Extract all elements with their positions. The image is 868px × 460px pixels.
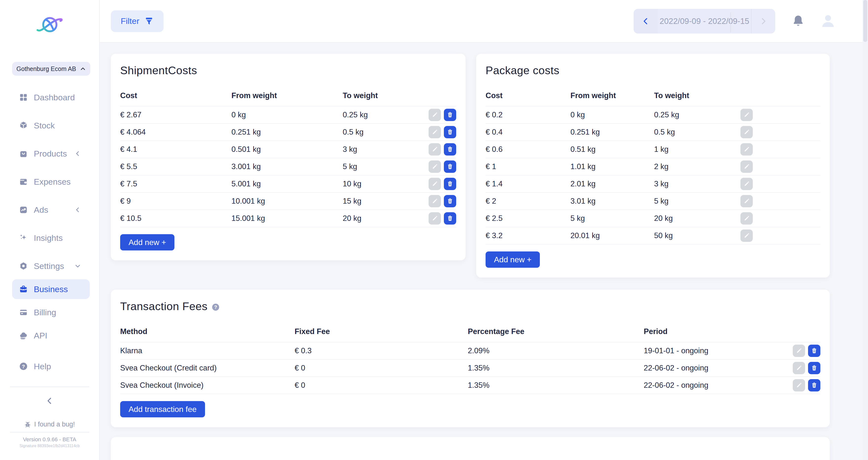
edit-row-button[interactable] [429, 161, 441, 173]
company-selector[interactable]: Gothenburg Ecom AB [12, 62, 90, 76]
table-header: Cost From weight To weight [120, 77, 456, 106]
transaction-fees-title: Transaction Fees [120, 300, 208, 313]
column-header-fixed-fee: Fixed Fee [294, 327, 468, 336]
cell-cost: € 7.5 [120, 179, 231, 188]
cell-cost: € 4.064 [120, 128, 231, 137]
next-card-partial [111, 437, 830, 460]
delete-row-button[interactable] [444, 212, 456, 225]
delete-row-button[interactable] [808, 379, 820, 391]
filter-button[interactable]: Filter [111, 10, 163, 32]
column-header-cost: Cost [486, 91, 570, 100]
delete-row-button[interactable] [444, 126, 456, 138]
table-row: € 4.1 0.501 kg 3 kg [120, 141, 456, 158]
sidebar-item-products[interactable]: Products [12, 144, 90, 163]
cell-cost: € 9 [120, 197, 231, 206]
sidebar-item-api[interactable]: API [12, 326, 90, 346]
planet-logo-icon [35, 13, 65, 37]
delete-row-button[interactable] [808, 344, 820, 357]
edit-row-button[interactable] [429, 109, 441, 121]
delete-row-button[interactable] [444, 143, 456, 156]
table-row: € 2 3.01 kg 5 kg [486, 193, 820, 210]
delete-row-button[interactable] [444, 178, 456, 190]
cell-percentage-fee: 2.09% [468, 347, 644, 355]
cell-fixed-fee: € 0 [294, 381, 468, 390]
sidebar-collapse-button[interactable] [0, 394, 99, 408]
cell-period: 22-06-02 - ongoing [644, 364, 793, 372]
sidebar-item-expenses[interactable]: Expenses [12, 172, 90, 192]
help-tooltip-icon[interactable] [212, 303, 220, 311]
add-shipment-cost-button[interactable]: Add new + [120, 234, 175, 251]
cell-to-weight: 0.25 kg [654, 110, 740, 119]
scrollbar-thumb[interactable] [863, 0, 867, 42]
date-range-value[interactable]: 2022/09-09 - 2022/09-15 [658, 17, 751, 26]
edit-row-button[interactable] [740, 178, 753, 190]
credit-card-icon [19, 308, 28, 317]
sidebar-item-business[interactable]: Business [12, 279, 90, 299]
sidebar-item-label: API [34, 331, 48, 340]
cell-to-weight: 1 kg [654, 145, 740, 154]
cell-from-weight: 0.501 kg [231, 145, 343, 154]
edit-row-button[interactable] [429, 178, 441, 190]
trash-icon [447, 198, 453, 204]
cell-cost: € 2 [486, 197, 570, 206]
delete-row-button[interactable] [444, 109, 456, 121]
edit-row-button[interactable] [429, 212, 441, 225]
delete-row-button[interactable] [444, 161, 456, 173]
sidebar-item-settings[interactable]: Settings [12, 256, 90, 276]
trash-icon [811, 365, 817, 371]
edit-row-button[interactable] [793, 362, 805, 374]
pencil-icon [796, 382, 802, 389]
trash-icon [811, 382, 817, 389]
sidebar-item-stock[interactable]: Stock [12, 116, 90, 135]
sidebar-item-insights[interactable]: Insights [12, 228, 90, 248]
edit-row-button[interactable] [793, 379, 805, 391]
delete-row-button[interactable] [444, 195, 456, 207]
cell-to-weight: 0.5 kg [654, 128, 740, 137]
add-transaction-fee-button[interactable]: Add transaction fee [120, 401, 205, 417]
edit-row-button[interactable] [740, 126, 753, 138]
edit-row-button[interactable] [429, 126, 441, 138]
user-avatar-button[interactable] [820, 13, 836, 29]
cell-from-weight: 3.001 kg [231, 162, 343, 171]
date-prev-button[interactable] [633, 9, 658, 34]
report-bug-link[interactable]: I found a bug! [0, 421, 99, 428]
edit-row-button[interactable] [740, 230, 753, 242]
sidebar-item-billing[interactable]: Billing [12, 302, 90, 322]
package-costs-card: Package costs Cost From weight To weight… [476, 54, 830, 277]
pencil-icon [432, 198, 438, 204]
page-scrollbar[interactable] [863, 0, 868, 460]
edit-row-button[interactable] [740, 109, 753, 121]
shipment-costs-card: ShipmentCosts Cost From weight To weight… [111, 54, 466, 260]
cell-from-weight: 0.251 kg [570, 128, 654, 137]
edit-row-button[interactable] [740, 143, 753, 156]
column-header-period: Period [644, 327, 793, 336]
delete-row-button[interactable] [808, 362, 820, 374]
table-row: € 4.064 0.251 kg 0.5 kg [120, 124, 456, 141]
edit-row-button[interactable] [740, 161, 753, 173]
products-icon [19, 149, 28, 158]
add-package-cost-button[interactable]: Add new + [486, 252, 540, 268]
trash-icon [447, 129, 453, 135]
sidebar-item-label: Expenses [34, 177, 70, 187]
cell-method: Svea Checkout (Credit card) [120, 364, 294, 372]
edit-row-button[interactable] [793, 344, 805, 357]
main-area: Filter 2022/09-09 - 2022/09-15 [100, 0, 868, 460]
table-row: € 0.2 0 kg 0.25 kg [486, 106, 820, 124]
chevron-left-icon [74, 206, 81, 213]
chevron-left-icon [74, 151, 81, 157]
date-next-button[interactable] [751, 9, 775, 34]
sidebar-item-dashboard[interactable]: Dashboard [12, 88, 90, 107]
transaction-fees-card: Transaction Fees Method Fixed Fee Percen… [111, 290, 830, 427]
pencil-icon [432, 181, 438, 187]
cell-cost: € 0.4 [486, 128, 570, 137]
sidebar-item-help[interactable]: Help [12, 357, 90, 376]
notifications-button[interactable] [792, 14, 805, 28]
table-header: Method Fixed Fee Percentage Fee Period [120, 313, 820, 342]
sidebar: Gothenburg Ecom AB Dashboard Stock Produ… [0, 0, 100, 460]
edit-row-button[interactable] [740, 212, 753, 225]
sidebar-item-ads[interactable]: Ads [12, 200, 90, 220]
cell-from-weight: 3.01 kg [570, 197, 654, 206]
edit-row-button[interactable] [429, 195, 441, 207]
edit-row-button[interactable] [740, 195, 753, 207]
edit-row-button[interactable] [429, 143, 441, 156]
